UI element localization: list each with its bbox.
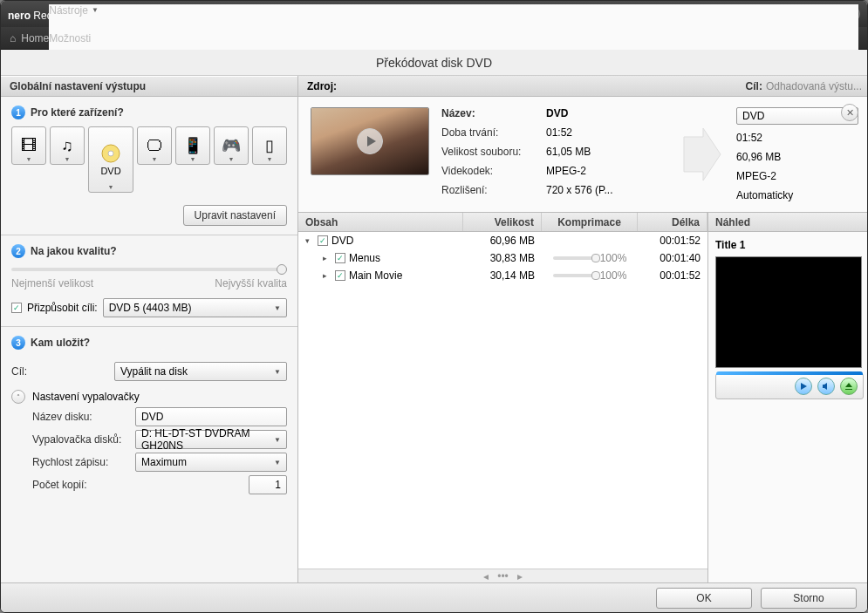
page-title: Překódovat disk DVD: [1, 50, 867, 76]
ok-button[interactable]: OK: [656, 588, 752, 609]
burner-settings-label: Nastavení vypalovačky: [32, 391, 140, 403]
quality-min-label: Nejmenší velikost: [11, 277, 93, 289]
tv-icon: 🖵: [147, 137, 162, 155]
target-value: Odhadovaná výstu...: [766, 80, 862, 92]
step2-label: Na jakou kvalitu?: [31, 245, 117, 257]
home-label: Home: [21, 32, 49, 44]
chevron-down-icon: ▼: [274, 459, 281, 467]
col-comp[interactable]: Komprimace: [542, 213, 638, 231]
expander-icon[interactable]: ▸: [323, 254, 331, 262]
preview-play-button[interactable]: [795, 378, 812, 395]
row-checkbox[interactable]: ✓: [318, 235, 328, 246]
compression-slider[interactable]: [553, 274, 597, 277]
dest-dur: 01:52: [736, 132, 858, 144]
col-len[interactable]: Délka: [638, 213, 707, 231]
dest-name-input[interactable]: DVD: [736, 107, 858, 125]
device-dvd-label: DVD: [100, 166, 120, 176]
size-value: 61,05 MB: [546, 146, 668, 158]
row-checkbox[interactable]: ✓: [335, 253, 345, 263]
row-length: 00:01:52: [638, 269, 707, 282]
speed-label: Rychlost zápisu:: [32, 456, 135, 468]
device-dvd[interactable]: DVD ▼: [88, 126, 133, 193]
right-panel: Zdroj: Cíl: Odhadovaná výstu... ✕ Název:…: [298, 76, 867, 582]
device-phone[interactable]: 📱▼: [175, 126, 210, 165]
source-thumbnail[interactable]: [311, 107, 429, 175]
fit-select[interactable]: DVD 5 (4403 MB)▼: [103, 298, 287, 317]
menubar: ⌂ Home Nástroje▼ Možnosti Nápověda▼: [1, 27, 867, 50]
row-name: Menus: [349, 252, 380, 264]
svg-point-1: [108, 151, 113, 156]
target-select[interactable]: Vypálit na disk▼: [114, 362, 287, 381]
step3-number: 3: [11, 336, 25, 350]
preview-audio-button[interactable]: [817, 378, 835, 395]
step3-label: Kam uložit?: [31, 337, 90, 349]
row-size: 30,83 MB: [463, 252, 542, 264]
row-length: 00:01:52: [638, 235, 707, 247]
device-tv[interactable]: 🖵▼: [137, 126, 172, 165]
compression-slider[interactable]: [553, 256, 597, 260]
options-menu[interactable]: Možnosti: [49, 32, 858, 44]
edit-settings-button[interactable]: Upravit nastavení: [183, 205, 287, 226]
device-audio[interactable]: ♫▼: [50, 126, 85, 165]
target-label: Cíl:: [746, 80, 762, 92]
burner-collapse-toggle[interactable]: ˄: [11, 390, 25, 404]
step2-number: 2: [11, 244, 25, 258]
tree-row[interactable]: ▸✓Main Movie30,14 MB100%00:01:52: [298, 267, 707, 284]
tree-row[interactable]: ▾✓DVD60,96 MB00:01:52: [298, 232, 707, 249]
home-button[interactable]: ⌂ Home: [10, 32, 49, 44]
burner-select[interactable]: D: HL-DT-ST DVDRAM GH20NS▼: [135, 430, 287, 449]
dur-value: 01:52: [546, 126, 668, 139]
source-info: ✕ Název:DVD Doba trvání:01:52 Velikost s…: [298, 97, 867, 212]
horizontal-scrollbar[interactable]: ◂ ••• ▸: [298, 569, 707, 582]
device-player[interactable]: ▯▼: [252, 126, 287, 165]
left-header: Globální nastavení výstupu: [1, 76, 297, 97]
speed-select[interactable]: Maximum▼: [135, 453, 287, 472]
fit-checkbox[interactable]: ✓: [11, 303, 22, 313]
row-name: Main Movie: [349, 269, 402, 282]
arrow-right-icon: [680, 107, 724, 201]
copies-label: Počet kopií:: [32, 479, 135, 491]
codec-label: Videkodek:: [441, 165, 537, 177]
source-label: Zdroj:: [307, 80, 337, 92]
row-checkbox[interactable]: ✓: [335, 270, 345, 281]
tree-row[interactable]: ▸✓Menus30,83 MB100%00:01:40: [298, 249, 707, 267]
device-video[interactable]: 🎞▼: [11, 126, 46, 165]
preview-eject-button[interactable]: [840, 378, 858, 395]
preview-screen: [715, 256, 862, 368]
expander-icon[interactable]: ▾: [305, 236, 314, 245]
gamepad-icon: 🎮: [222, 136, 241, 155]
step2-section: 2 Na jakou kvalitu? Nejmenší velikost Ne…: [1, 235, 297, 327]
copies-input[interactable]: [249, 475, 287, 494]
dest-codec: MPEG-2: [736, 170, 858, 182]
row-compression: 100%: [542, 269, 638, 282]
content-tree: Obsah Velikost Komprimace Délka ▾✓DVD60,…: [298, 213, 708, 582]
target-label: Cíl:: [11, 365, 114, 378]
row-length: 00:01:40: [638, 252, 707, 264]
music-icon: ♫: [61, 137, 73, 155]
quality-slider[interactable]: [11, 265, 287, 274]
film-icon: 🎞: [21, 137, 37, 155]
dur-label: Doba trvání:: [441, 126, 537, 139]
remove-source-button[interactable]: ✕: [841, 104, 858, 121]
preview-header: Náhled: [708, 213, 867, 232]
dest-res: Automaticky: [736, 189, 858, 201]
chevron-down-icon: ▼: [274, 368, 281, 376]
preview-progress[interactable]: [716, 371, 863, 375]
cancel-button[interactable]: Storno: [761, 588, 857, 609]
slider-thumb[interactable]: [277, 264, 287, 275]
fit-label: Přizpůsobit cíli:: [27, 302, 98, 314]
tools-menu[interactable]: Nástroje▼: [49, 4, 858, 17]
row-size: 60,96 MB: [463, 235, 542, 247]
expander-icon[interactable]: ▸: [323, 271, 331, 280]
disc-name-input[interactable]: [135, 407, 287, 426]
col-size[interactable]: Velikost: [463, 213, 542, 231]
device-gamepad[interactable]: 🎮▼: [214, 126, 249, 165]
preview-panel: Náhled Title 1: [708, 213, 867, 582]
step1-section: 1 Pro které zařízení? 🎞▼ ♫▼ DVD ▼ 🖵▼ 📱▼ …: [1, 97, 297, 235]
col-content[interactable]: Obsah: [298, 213, 463, 231]
chevron-down-icon: ▼: [274, 436, 281, 444]
home-icon: ⌂: [10, 32, 16, 44]
row-compression: 100%: [542, 252, 638, 264]
preview-title: Title 1: [715, 239, 864, 251]
player-icon: ▯: [265, 136, 274, 155]
